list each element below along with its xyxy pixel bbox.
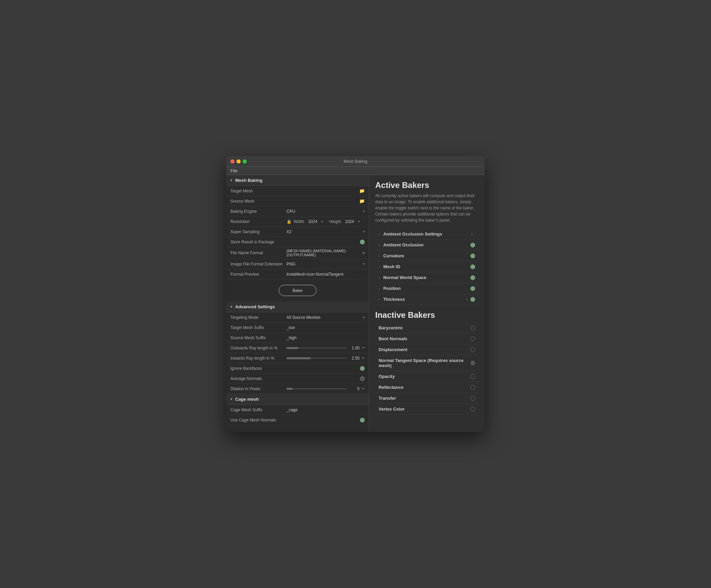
inactive-baker-row[interactable]: Normal Tangent Space (Requires source me…: [375, 355, 479, 371]
dilation-row: Dilation in Pixels 5 ✏: [226, 384, 369, 394]
inactive-baker-toggle[interactable]: [470, 361, 475, 365]
store-result-toggle[interactable]: [360, 240, 365, 244]
file-name-format-menu-icon[interactable]: ≡: [362, 250, 365, 255]
inactive-baker-toggle[interactable]: [470, 347, 475, 352]
resolution-controls: 🔒 Width 1024 ▾ Height 1024 ▾: [287, 219, 360, 224]
width-value[interactable]: 1024: [308, 219, 317, 224]
targeting-mode-dropdown[interactable]: All Source Meshes ▾: [287, 315, 365, 320]
inactive-baker-row[interactable]: Vertex Color: [375, 404, 479, 415]
image-format-row: Image File Format Extension PNG ▾: [226, 259, 369, 269]
target-mesh-label: Target Mesh: [230, 189, 287, 193]
baker-expand-icon: ›: [379, 287, 380, 291]
baker-info-icon[interactable]: i: [467, 297, 468, 301]
ignore-backfaces-toggle[interactable]: [360, 366, 365, 371]
inactive-baker-row[interactable]: Barycentric: [375, 323, 479, 333]
inactive-baker-toggle[interactable]: [470, 374, 475, 379]
file-name-format-row: File Name Format {MESH.NAME}-{MATERIAL.N…: [226, 247, 369, 259]
mesh-baking-title: Mesh Baking: [235, 178, 262, 183]
cage-mesh-header[interactable]: ▾ Cage mesh: [226, 394, 369, 405]
super-sampling-row: Super Sampling X2 ▾: [226, 227, 369, 237]
file-name-format-field[interactable]: {MESH.NAME}-{MATERIAL.NAME}-{OUTPUT.NAME…: [287, 249, 365, 257]
baking-engine-dropdown[interactable]: CPU ▾: [287, 209, 365, 214]
menu-bar: File: [226, 167, 485, 175]
inactive-baker-row[interactable]: Reflectance: [375, 382, 479, 393]
dilation-value: 5: [349, 386, 360, 391]
cage-mesh-suffix-value[interactable]: _cage: [287, 408, 365, 412]
baker-toggle[interactable]: [470, 275, 475, 280]
cage-mesh-title: Cage mesh: [235, 397, 259, 402]
active-baker-row[interactable]: ›Normal World Space: [375, 272, 479, 283]
inwards-ray-slider[interactable]: [287, 358, 347, 359]
inwards-ray-edit-icon[interactable]: ✏: [362, 356, 365, 360]
minimize-button[interactable]: [237, 159, 241, 163]
inactive-baker-toggle[interactable]: [470, 326, 475, 330]
inactive-baker-row[interactable]: Displacement: [375, 344, 479, 355]
baker-expand-icon: ›: [379, 297, 380, 301]
width-arrow[interactable]: ▾: [321, 220, 323, 223]
outwards-ray-edit-icon[interactable]: ✏: [362, 346, 365, 350]
use-cage-normals-label: Use Cage Mesh Normals: [230, 418, 287, 422]
inactive-baker-toggle[interactable]: [470, 407, 475, 412]
width-label: Width: [294, 219, 304, 224]
average-normals-toggle[interactable]: [360, 376, 365, 381]
average-normals-label: Average Normals: [230, 376, 287, 381]
inactive-baker-toggle[interactable]: [470, 385, 475, 390]
baker-toggle[interactable]: [470, 297, 475, 302]
active-baker-row[interactable]: ›Ambient Occlusion: [375, 240, 479, 250]
source-mesh-label: Source Mesh: [230, 199, 287, 204]
fullscreen-button[interactable]: [243, 159, 247, 163]
baker-expand-icon: ›: [379, 232, 380, 236]
inactive-baker-toggle[interactable]: [470, 396, 475, 401]
advanced-settings-header[interactable]: ▾ Advanced Settings: [226, 301, 369, 312]
menu-file[interactable]: File: [230, 168, 238, 173]
bake-section: Bake: [226, 279, 369, 301]
baking-engine-label: Baking Engine: [230, 209, 287, 214]
use-cage-normals-toggle[interactable]: [360, 418, 365, 422]
dilation-slider[interactable]: [287, 388, 347, 389]
baker-toggle[interactable]: [470, 286, 475, 291]
resolution-label: Resolution: [230, 219, 287, 224]
active-baker-row[interactable]: ›Mesh ID: [375, 261, 479, 272]
image-format-arrow: ▾: [363, 262, 365, 266]
inactive-baker-row[interactable]: Transfer: [375, 393, 479, 404]
super-sampling-dropdown[interactable]: X2 ▾: [287, 229, 365, 234]
source-mesh-suffix-label: Source Mesh Suffix: [230, 335, 287, 340]
ignore-backfaces-label: Ignore Backfaces: [230, 366, 287, 371]
baker-name: Curvature: [383, 253, 470, 258]
baker-expand-icon: ›: [379, 243, 380, 247]
inactive-baker-row[interactable]: Opacity: [375, 371, 479, 382]
lock-icon[interactable]: 🔒: [287, 219, 292, 224]
active-baker-row[interactable]: ›Ambient Occlusion Settingsi: [375, 229, 479, 240]
source-mesh-suffix-value[interactable]: _high: [287, 335, 365, 340]
active-baker-row[interactable]: ›Thicknessi: [375, 294, 479, 305]
active-bakers-list: ›Ambient Occlusion Settingsi›Ambient Occ…: [375, 229, 479, 305]
target-mesh-suffix-row: Target Mesh Suffix _low: [226, 323, 369, 333]
target-mesh-suffix-value[interactable]: _low: [287, 325, 365, 330]
targeting-mode-row: Targeting Mode All Source Meshes ▾: [226, 312, 369, 323]
window-title: Mesh Baking: [344, 159, 367, 164]
baker-toggle[interactable]: [470, 264, 475, 269]
dilation-edit-icon[interactable]: ✏: [362, 386, 365, 391]
mesh-baking-header[interactable]: ▾ Mesh Baking: [226, 175, 369, 186]
format-preview-value: InstaMesh-Icon-NormalTangent: [287, 272, 365, 277]
inactive-baker-row[interactable]: Bent Normals: [375, 333, 479, 344]
baker-expand-icon: ›: [379, 254, 380, 258]
close-button[interactable]: [230, 159, 235, 163]
inactive-baker-name: Barycentric: [379, 325, 470, 330]
baker-toggle[interactable]: [470, 243, 475, 247]
baker-info-icon[interactable]: i: [472, 232, 472, 236]
active-baker-row[interactable]: ›Position: [375, 283, 479, 294]
bake-button[interactable]: Bake: [279, 285, 317, 296]
dilation-label: Dilation in Pixels: [230, 386, 287, 391]
target-mesh-folder-icon[interactable]: 📁: [359, 188, 365, 193]
outwards-ray-slider[interactable]: [287, 348, 347, 348]
baker-expand-icon: ›: [379, 265, 380, 269]
active-baker-row[interactable]: ›Curvature: [375, 250, 479, 261]
main-content: ▾ Mesh Baking Target Mesh 📁 Source Mesh …: [226, 175, 485, 432]
height-value[interactable]: 1024: [345, 219, 354, 224]
baker-toggle[interactable]: [470, 254, 475, 258]
inactive-baker-toggle[interactable]: [470, 336, 475, 341]
height-arrow[interactable]: ▾: [358, 220, 360, 223]
image-format-dropdown[interactable]: PNG ▾: [287, 262, 365, 266]
source-mesh-folder-icon[interactable]: 📁: [359, 198, 365, 204]
